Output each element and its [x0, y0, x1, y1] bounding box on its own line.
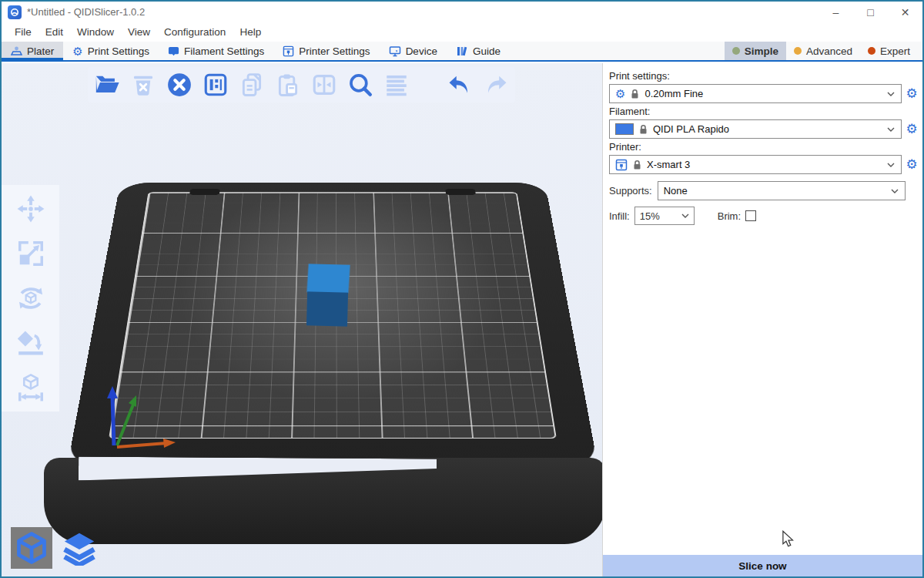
mode-label: Advanced [806, 45, 852, 57]
mode-simple[interactable]: Simple [725, 42, 786, 60]
copy-button[interactable] [237, 70, 266, 99]
mode-label: Expert [880, 45, 910, 57]
menu-file[interactable]: File [8, 26, 38, 38]
cube-icon [15, 531, 49, 565]
app-logo-icon [8, 5, 22, 19]
place-on-face-tool-button[interactable] [16, 328, 45, 358]
chevron-down-icon [887, 92, 895, 96]
supports-label: Supports: [609, 185, 652, 197]
chevron-down-icon [891, 189, 899, 193]
variable-layer-height-button[interactable] [382, 70, 411, 99]
mode-advanced[interactable]: Advanced [786, 42, 860, 60]
brim-checkbox[interactable] [745, 210, 756, 221]
measure-tool-button[interactable] [16, 373, 45, 402]
tab-label: Printer Settings [299, 45, 370, 57]
chevron-down-icon [887, 127, 895, 132]
undo-button[interactable] [445, 70, 474, 99]
3d-viewport[interactable] [2, 63, 602, 576]
paste-button[interactable] [273, 70, 303, 99]
edit-filament-button[interactable]: ⚙ [902, 121, 922, 137]
layers-icon [62, 530, 97, 566]
printer-icon [615, 159, 628, 171]
mode-label: Simple [745, 45, 778, 57]
tab-label: Print Settings [88, 45, 149, 57]
split-objects-button[interactable] [310, 70, 339, 99]
tab-guide[interactable]: Guide [447, 42, 510, 60]
tab-plater[interactable]: Plater [2, 42, 63, 60]
maximize-button[interactable]: □ [853, 2, 888, 22]
gear-icon: ⚙ [615, 88, 625, 99]
supports-combo[interactable]: None [658, 181, 906, 200]
settings-panel: Print settings: ⚙ 0.20mm Fine ⚙ Filament… [602, 63, 922, 576]
redo-button[interactable] [481, 70, 511, 99]
filament-color-swatch [615, 123, 634, 135]
print-settings-label: Print settings: [609, 70, 922, 82]
bed-clip-left [189, 189, 220, 195]
tab-print-settings[interactable]: ⚙ Print Settings [63, 42, 159, 60]
expert-mode-dot-icon [868, 47, 875, 55]
device-icon [389, 45, 401, 57]
filament-label: Filament: [609, 106, 922, 117]
lock-icon [633, 160, 641, 170]
mode-expert[interactable]: Expert [860, 42, 918, 60]
minimize-button[interactable]: – [819, 2, 853, 22]
printer-icon [283, 45, 294, 57]
menu-configuration[interactable]: Configuration [157, 26, 233, 38]
menu-help[interactable]: Help [233, 26, 268, 38]
delete-all-button[interactable] [165, 70, 194, 99]
bed-clip-right [445, 189, 476, 195]
menu-view[interactable]: View [121, 26, 157, 38]
arrange-button[interactable] [201, 70, 230, 99]
infill-label: Infill: [609, 210, 630, 222]
edit-print-settings-button[interactable]: ⚙ [902, 86, 922, 102]
model-cube-top-face [306, 264, 350, 293]
scale-tool-button[interactable] [16, 239, 45, 268]
move-tool-button[interactable] [16, 194, 45, 223]
edit-printer-button[interactable]: ⚙ [902, 156, 922, 173]
object-toolbar [88, 67, 515, 102]
lock-icon [631, 89, 639, 99]
tab-label: Device [406, 45, 437, 57]
search-button[interactable] [346, 70, 375, 99]
brim-label: Brim: [718, 210, 741, 222]
filament-combo[interactable]: QIDI PLA Rapido [609, 119, 902, 139]
printer-combo[interactable]: X-smart 3 [609, 155, 902, 174]
menu-window[interactable]: Window [70, 26, 121, 38]
rotate-tool-button[interactable] [16, 284, 45, 313]
chevron-down-icon [681, 213, 689, 218]
tab-bar: Plater ⚙ Print Settings Filament Setting… [2, 42, 922, 62]
menu-bar: File Edit Window View Configuration Help [2, 22, 922, 42]
3d-editor-view-button[interactable] [11, 527, 52, 569]
model-cube[interactable] [306, 264, 350, 326]
open-button[interactable] [92, 70, 122, 99]
printer-value: X-smart 3 [647, 159, 690, 170]
print-settings-combo[interactable]: ⚙ 0.20mm Fine [609, 84, 902, 103]
slice-now-button[interactable]: Slice now [603, 555, 922, 576]
preview-view-button[interactable] [59, 527, 100, 569]
window-title: *Untitled - QIDISlicer-1.0.2 [27, 6, 145, 18]
infill-combo[interactable]: 15% [634, 207, 695, 225]
delete-button[interactable] [129, 70, 158, 99]
close-button[interactable]: ✕ [888, 2, 922, 22]
tab-label: Guide [473, 45, 500, 57]
gear-icon: ⚙ [72, 45, 82, 57]
simple-mode-dot-icon [732, 47, 740, 55]
supports-value: None [664, 185, 688, 197]
print-settings-value: 0.20mm Fine [644, 88, 703, 99]
tab-filament-settings[interactable]: Filament Settings [159, 42, 273, 60]
menu-edit[interactable]: Edit [38, 26, 70, 38]
app-window: *Untitled - QIDISlicer-1.0.2 – □ ✕ File … [0, 0, 924, 578]
title-bar: *Untitled - QIDISlicer-1.0.2 – □ ✕ [2, 2, 922, 22]
manipulation-toolbar [2, 185, 59, 412]
filament-value: QIDI PLA Rapido [653, 123, 729, 135]
tab-device[interactable]: Device [380, 42, 447, 60]
tab-label: Plater [27, 45, 54, 57]
origin-axes-icon [95, 383, 180, 456]
mode-selector: Simple Advanced Expert [725, 42, 922, 60]
view-mode-toggles [11, 527, 100, 569]
printer-label: Printer: [609, 141, 922, 153]
tab-printer-settings[interactable]: Printer Settings [273, 42, 379, 60]
tab-label: Filament Settings [184, 45, 264, 57]
chevron-down-icon [887, 163, 895, 167]
infill-value: 15% [640, 210, 660, 222]
